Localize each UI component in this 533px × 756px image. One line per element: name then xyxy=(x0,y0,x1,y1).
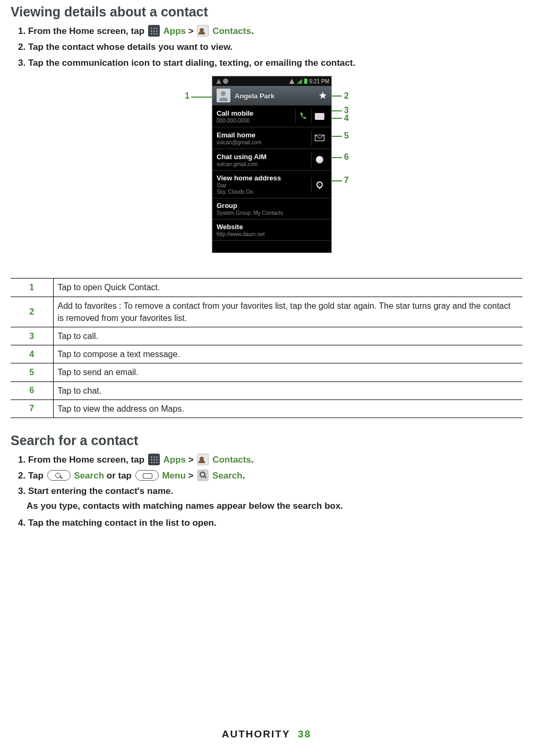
callout-2: 2 xyxy=(344,91,349,101)
chat-icon[interactable] xyxy=(311,152,327,167)
step-text: or tap xyxy=(107,471,134,481)
apps-link: Apps xyxy=(164,26,186,36)
row-address[interactable]: View home address Star Sky, Clouds Oo xyxy=(212,170,331,198)
legend-table: 1Tap to open Quick Contact. 2Add to favo… xyxy=(11,278,522,418)
row-title: Email home xyxy=(217,131,311,139)
avatar[interactable] xyxy=(217,89,230,102)
legend-num: 3 xyxy=(11,327,53,345)
row-sub: http://www.daum.net xyxy=(217,231,327,237)
legend-num: 2 xyxy=(11,297,53,327)
step-3: 3. Start entering the contact's name. xyxy=(18,485,522,498)
apps-icon xyxy=(148,25,160,37)
steps-list-1: 1. From the Home screen, tap Apps > Cont… xyxy=(18,25,522,69)
status-time: 5:21 PM xyxy=(310,79,329,84)
page-number: 38 xyxy=(298,728,311,740)
step-text: 1. From the Home screen, tap xyxy=(18,26,147,36)
table-row: 1Tap to open Quick Contact. xyxy=(11,279,522,297)
search-link: Search xyxy=(212,471,243,481)
status-icon xyxy=(216,79,221,84)
step-3-sub: As you type, contacts with matching name… xyxy=(27,501,522,511)
row-sub: Sky, Clouds Oo xyxy=(217,189,311,195)
row-group[interactable]: Group System Group: My Contacts xyxy=(212,198,331,219)
call-icon[interactable] xyxy=(295,109,311,124)
status-icon xyxy=(223,79,228,84)
search-icon xyxy=(197,470,209,481)
row-call[interactable]: Call mobile 000-000-0000 xyxy=(212,105,331,127)
row-sub: vulcan.gmail.com xyxy=(217,161,311,167)
contacts-link: Contacts xyxy=(212,455,251,465)
step-3: 3. Tap the communication icon to start d… xyxy=(18,57,522,69)
apps-link: Apps xyxy=(164,455,186,465)
row-title: View home address xyxy=(217,174,311,182)
table-row: 2Add to favorites : To remove a contact … xyxy=(11,297,522,327)
breadcrumb-sep: > xyxy=(188,471,194,481)
section-heading-viewing: Viewing details about a contact xyxy=(11,4,522,20)
breadcrumb-sep: > xyxy=(188,26,194,36)
step-2: 2. Tap the contact whose details you wan… xyxy=(18,41,522,54)
sms-icon[interactable] xyxy=(311,109,327,124)
row-website[interactable]: Website http://www.daum.net xyxy=(212,219,331,241)
step-2: 2. Tap Search or tap Menu > Search. xyxy=(18,470,522,482)
legend-desc: Tap to chat. xyxy=(53,381,522,399)
legend-desc: Tap to view the address on Maps. xyxy=(53,399,522,418)
contact-name: Angela Park xyxy=(235,92,274,100)
steps-list-2: 1. From the Home screen, tap Apps > Cont… xyxy=(18,454,522,529)
page-footer: AUTHORITY 38 xyxy=(0,728,533,740)
row-sub: System Group: My Contacts xyxy=(217,210,327,216)
menu-key-icon xyxy=(135,470,159,481)
period: . xyxy=(251,26,254,36)
section-heading-search: Search for a contact xyxy=(11,433,522,448)
legend-desc: Add to favorites : To remove a contact f… xyxy=(53,297,522,327)
callout-5: 5 xyxy=(344,131,349,141)
contact-header[interactable]: Angela Park ★ xyxy=(212,86,331,105)
period: . xyxy=(251,455,254,465)
row-sub: Star xyxy=(217,183,311,188)
menu-link: Menu xyxy=(162,471,185,481)
legend-num: 6 xyxy=(11,381,53,399)
phone-screenshot: 5:21 PM Angela Park ★ Call mobile 000-00… xyxy=(212,76,331,253)
table-row: 4Tap to compose a text message. xyxy=(11,345,522,363)
search-link: Search xyxy=(74,471,104,481)
signal-icon xyxy=(297,79,302,84)
row-title: Group xyxy=(217,202,327,210)
legend-desc: Tap to compose a text message. xyxy=(53,345,522,363)
row-email[interactable]: Email home vulcan@gmail.com xyxy=(212,127,331,149)
period: . xyxy=(243,471,245,481)
legend-num: 7 xyxy=(11,399,53,418)
contacts-icon xyxy=(197,25,209,37)
wifi-icon xyxy=(289,79,295,84)
table-row: 5Tap to send an email. xyxy=(11,363,522,381)
battery-icon xyxy=(304,79,307,84)
search-key-icon xyxy=(47,470,71,481)
callout-6: 6 xyxy=(344,152,349,162)
breadcrumb-sep: > xyxy=(188,455,194,465)
row-title: Website xyxy=(217,223,327,231)
legend-num: 1 xyxy=(11,279,53,297)
legend-num: 5 xyxy=(11,363,53,381)
row-sub: vulcan@gmail.com xyxy=(217,140,311,145)
step-4: 4. Tap the matching contact in the list … xyxy=(18,517,522,529)
status-bar: 5:21 PM xyxy=(212,76,331,86)
row-chat[interactable]: Chat using AIM vulcan.gmail.com xyxy=(212,149,331,170)
row-title: Chat using AIM xyxy=(217,153,311,161)
callout-1: 1 xyxy=(185,91,190,101)
table-row: 7Tap to view the address on Maps. xyxy=(11,399,522,418)
mail-icon[interactable] xyxy=(311,131,327,145)
callout-7: 7 xyxy=(344,176,349,185)
table-row: 6Tap to chat. xyxy=(11,381,522,399)
contacts-icon xyxy=(197,454,209,465)
favorite-star-icon[interactable]: ★ xyxy=(319,90,327,101)
step-text: 1. From the Home screen, tap xyxy=(18,455,147,465)
legend-desc: Tap to call. xyxy=(53,327,522,345)
phone-padding xyxy=(212,241,331,253)
table-row: 3Tap to call. xyxy=(11,327,522,345)
row-sub: 000-000-0000 xyxy=(217,118,295,124)
legend-num: 4 xyxy=(11,345,53,363)
step-1: 1. From the Home screen, tap Apps > Cont… xyxy=(18,25,522,38)
contacts-link: Contacts xyxy=(212,26,251,36)
step-text: 2. Tap xyxy=(18,471,46,481)
legend-desc: Tap to send an email. xyxy=(53,363,522,381)
footer-brand: AUTHORITY xyxy=(222,728,290,740)
map-pin-icon[interactable] xyxy=(311,177,327,192)
legend-desc: Tap to open Quick Contact. xyxy=(53,279,522,297)
